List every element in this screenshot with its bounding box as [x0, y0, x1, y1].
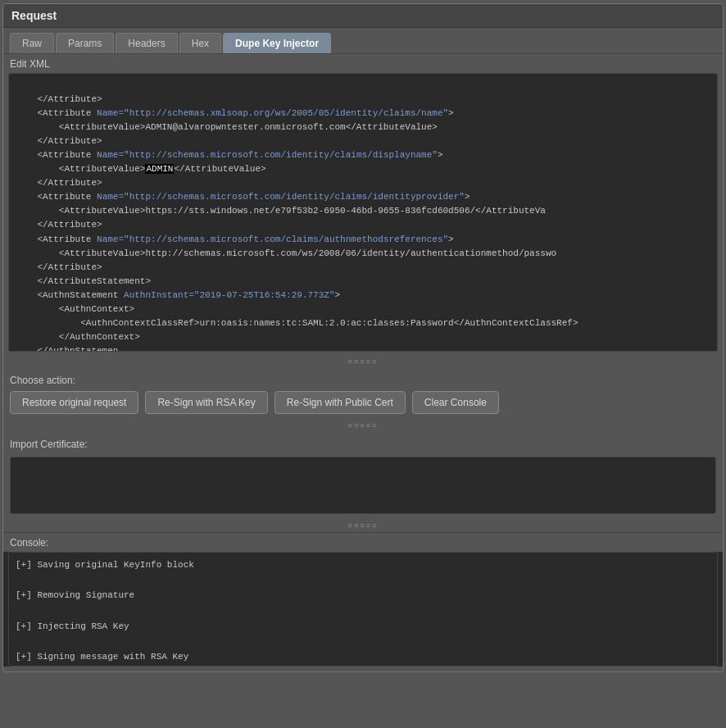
xml-line: <AttributeValue>ADMIN@alvaropwntester.on… — [16, 122, 438, 132]
xml-line: <AuthnContext> — [16, 304, 134, 314]
choose-action-label: Choose action: — [10, 371, 716, 391]
admin-highlight: ADMIN — [145, 164, 174, 174]
xml-line: <AuthnContextClassRef>urn:oasis:names:tc… — [16, 318, 579, 328]
window-title: Request — [3, 4, 723, 28]
xml-line: <Attribute Name="http://schemas.microsof… — [16, 192, 470, 202]
console-label: Console: — [3, 533, 723, 552]
xml-line: <AttributeValue>http://schemas.microsoft… — [16, 248, 556, 258]
action-buttons-group: Restore original request Re-Sign with RS… — [10, 391, 716, 414]
console-line-4: [+] Signing message with RSA Key — [16, 649, 710, 665]
xml-line: </AuthnContext> — [16, 332, 140, 342]
xml-line: <Attribute Name="http://schemas.microsof… — [16, 234, 454, 244]
import-certificate-section: Import Certificate: — [3, 432, 723, 521]
console-line-2: [+] Removing Signature — [16, 588, 710, 603]
console-line-3: [+] Injecting RSA Key — [16, 619, 710, 635]
console-output[interactable]: [+] Saving original KeyInfo block [+] Re… — [8, 552, 718, 667]
xml-line: </Attribute> — [16, 178, 102, 188]
console-line-1: [+] Saving original KeyInfo block — [16, 557, 710, 573]
xml-line: </Attribute> — [16, 262, 102, 272]
divider-xml-action[interactable]: ≡≡≡≡≡ — [3, 357, 723, 368]
import-certificate-area[interactable] — [10, 457, 716, 514]
divider-import-console[interactable]: ≡≡≡≡≡ — [3, 521, 723, 532]
tab-raw[interactable]: Raw — [10, 33, 54, 53]
tab-dupe-key-injector[interactable]: Dupe Key Injector — [223, 33, 331, 53]
xml-section-label: Edit XML — [3, 54, 723, 73]
tab-hex[interactable]: Hex — [179, 33, 221, 53]
xml-line: </Attribute> — [16, 94, 102, 104]
import-certificate-label: Import Certificate: — [10, 435, 716, 455]
tabs-bar: Raw Params Headers Hex Dupe Key Injector — [3, 28, 723, 54]
re-sign-rsa-button[interactable]: Re-Sign with RSA Key — [145, 391, 267, 414]
xml-line: <AttributeValue>https://sts.windows.net/… — [16, 206, 546, 216]
console-section: Console: [+] Saving original KeyInfo blo… — [3, 532, 723, 667]
re-sign-cert-button[interactable]: Re-Sign with Public Cert — [275, 391, 406, 414]
xml-line: <AttributeValue>ADMIN</AttributeValue> — [16, 164, 266, 174]
xml-line: <AuthnStatement AuthnInstant="2019-07-25… — [16, 290, 340, 300]
xml-line: <Attribute Name="http://schemas.microsof… — [16, 150, 443, 160]
choose-action-section: Choose action: Restore original request … — [3, 368, 723, 421]
xml-line: </AttributeStatement> — [16, 276, 151, 286]
xml-editor[interactable]: </Attribute> <Attribute Name="http://sch… — [8, 73, 718, 352]
xml-line: </Attribute> — [16, 220, 102, 230]
xml-line: <Attribute Name="http://schemas.xmlsoap.… — [16, 108, 454, 118]
clear-console-button[interactable]: Clear Console — [412, 391, 499, 414]
tab-params[interactable]: Params — [56, 33, 114, 53]
request-window: Request Raw Params Headers Hex Dupe Key … — [2, 3, 724, 672]
xml-line: </Attribute> — [16, 136, 102, 146]
xml-line: </AuthnStatemen... — [16, 346, 134, 352]
divider-action-import[interactable]: ≡≡≡≡≡ — [3, 421, 723, 432]
tab-headers[interactable]: Headers — [116, 33, 177, 53]
restore-original-request-button[interactable]: Restore original request — [10, 391, 138, 414]
